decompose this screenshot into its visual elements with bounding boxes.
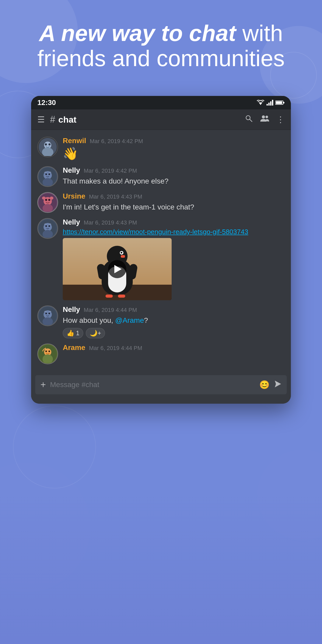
- message-link[interactable]: https://tenor.com/view/moot-penguin-read…: [63, 228, 285, 236]
- message-content-nelly2: Nelly Mar 6, 2019 4:43 PM https://tenor.…: [63, 218, 285, 300]
- username-nelly2: Nelly: [63, 218, 80, 226]
- svg-point-26: [48, 199, 50, 201]
- reaction-thumbsup[interactable]: 👍 1: [63, 328, 83, 338]
- more-icon[interactable]: ⋮: [276, 115, 285, 124]
- send-button[interactable]: [274, 380, 282, 390]
- avatar-nelly2: [37, 218, 58, 239]
- svg-point-32: [45, 225, 47, 227]
- svg-line-9: [250, 119, 252, 122]
- timestamp-nelly3: Mar 6, 2019 4:44 PM: [84, 307, 137, 313]
- svg-point-28: [50, 197, 53, 200]
- avatar-renwil: [37, 137, 58, 157]
- svg-rect-6: [283, 102, 284, 103]
- timestamp-nelly1: Mar 6, 2019 4:42 PM: [84, 167, 137, 174]
- hero-section: A new way to chat with friends and commu…: [16, 21, 306, 71]
- message-group-renwil: Renwil Mar 6, 2019 4:42 PM 👋: [31, 134, 291, 164]
- message-group-arame: Arame Mar 6, 2019 4:44 PM: [31, 341, 291, 367]
- messages-list: Renwil Mar 6, 2019 4:42 PM 👋: [31, 130, 291, 371]
- message-content-nelly3: Nelly Mar 6, 2019 4:44 PM How about you,…: [63, 305, 285, 338]
- penguin-foot-right: [118, 295, 125, 298]
- message-content-arame: Arame Mar 6, 2019 4:44 PM: [63, 344, 285, 353]
- svg-point-37: [45, 313, 47, 314]
- status-time: 12:30: [37, 99, 56, 107]
- svg-rect-2: [268, 103, 270, 106]
- svg-point-20: [45, 173, 47, 175]
- svg-marker-44: [275, 381, 281, 387]
- message-input-bar[interactable]: + Message #chat 😊: [35, 375, 287, 394]
- status-icons: [257, 100, 285, 106]
- svg-point-27: [42, 197, 46, 200]
- message-group-nelly3: Nelly Mar 6, 2019 4:44 PM How about you,…: [31, 303, 291, 341]
- penguin-beak: [121, 255, 125, 258]
- svg-point-33: [48, 225, 50, 227]
- svg-point-11: [265, 116, 268, 118]
- message-header-nelly2: Nelly Mar 6, 2019 4:43 PM: [63, 218, 285, 226]
- search-icon[interactable]: [245, 114, 253, 125]
- toolbar-action-icons: ⋮: [245, 114, 285, 125]
- penguin-eye: [120, 251, 123, 255]
- svg-point-10: [262, 115, 265, 118]
- avatar-arame: [37, 344, 58, 364]
- avatar-nelly3: [37, 305, 58, 326]
- bottom-decoration: [0, 488, 322, 644]
- reaction-moon[interactable]: 🌙+: [86, 328, 105, 338]
- message-group-nelly1: Nelly Mar 6, 2019 4:42 PM That makes a d…: [31, 164, 291, 190]
- message-header-ursine: Ursine Mar 6, 2019 4:43 PM: [63, 192, 285, 200]
- status-bar: 12:30: [31, 96, 291, 109]
- svg-point-16: [48, 143, 51, 145]
- reaction-emoji-moon: 🌙+: [90, 330, 101, 337]
- username-nelly3: Nelly: [63, 305, 80, 314]
- phone-mockup: 12:30 ☰ # chat: [31, 96, 291, 404]
- message-input[interactable]: Message #chat: [50, 381, 255, 389]
- svg-rect-4: [272, 100, 273, 106]
- svg-point-38: [48, 313, 50, 314]
- message-emoji-renwil: 👋: [63, 146, 285, 161]
- svg-point-42: [45, 351, 47, 352]
- members-icon[interactable]: [260, 114, 269, 125]
- wifi-icon: [257, 100, 264, 106]
- username-renwil: Renwil: [63, 137, 86, 145]
- svg-point-15: [45, 143, 47, 145]
- message-text-nelly1: That makes a duo! Anyone else?: [63, 176, 285, 186]
- battery-icon: [275, 100, 285, 105]
- message-header-arame: Arame Mar 6, 2019 4:44 PM: [63, 344, 285, 352]
- hero-bold-text: A new way to chat: [39, 20, 236, 46]
- username-nelly1: Nelly: [63, 166, 80, 174]
- message-content-nelly1: Nelly Mar 6, 2019 4:42 PM That makes a d…: [63, 166, 285, 186]
- message-text-ursine: I'm in! Let's get in the team-1 voice ch…: [63, 202, 285, 212]
- message-content-renwil: Renwil Mar 6, 2019 4:42 PM 👋: [63, 137, 285, 161]
- channel-label: # chat: [50, 114, 240, 125]
- username-ursine: Ursine: [63, 192, 85, 200]
- message-header-renwil: Renwil Mar 6, 2019 4:42 PM: [63, 137, 285, 145]
- message-text-nelly3: How about you, @Arame?: [63, 315, 285, 325]
- svg-rect-1: [267, 104, 268, 106]
- channel-name: chat: [58, 115, 76, 125]
- svg-marker-0: [259, 102, 262, 105]
- svg-point-25: [45, 199, 47, 201]
- video-preview[interactable]: [63, 238, 172, 300]
- hero-regular-text: with: [236, 20, 283, 46]
- message-header-nelly3: Nelly Mar 6, 2019 4:44 PM: [63, 305, 285, 314]
- hero-line2: friends and communities: [37, 45, 285, 71]
- message-group-nelly2: Nelly Mar 6, 2019 4:43 PM https://tenor.…: [31, 215, 291, 303]
- svg-point-43: [48, 351, 50, 352]
- timestamp-renwil: Mar 6, 2019 4:42 PM: [90, 138, 143, 145]
- reactions-container: 👍 1 🌙+: [63, 328, 285, 338]
- emoji-picker-icon[interactable]: 😊: [259, 380, 270, 390]
- timestamp-arame: Mar 6, 2019 4:44 PM: [89, 345, 142, 352]
- svg-point-21: [48, 173, 50, 175]
- phone-bottom: [31, 398, 291, 404]
- attach-icon[interactable]: +: [40, 380, 46, 389]
- play-button[interactable]: [108, 260, 126, 278]
- penguin-feet: [106, 295, 125, 298]
- signal-icon: [267, 100, 273, 106]
- avatar-nelly1: [37, 166, 58, 187]
- timestamp-ursine: Mar 6, 2019 4:43 PM: [89, 193, 142, 200]
- reaction-count-thumbsup: 1: [76, 330, 79, 337]
- menu-icon[interactable]: ☰: [37, 115, 45, 124]
- input-area: + Message #chat 😊: [31, 371, 291, 398]
- svg-rect-7: [276, 101, 282, 104]
- hash-icon: #: [50, 114, 55, 125]
- svg-rect-3: [270, 101, 271, 106]
- username-arame: Arame: [63, 344, 85, 352]
